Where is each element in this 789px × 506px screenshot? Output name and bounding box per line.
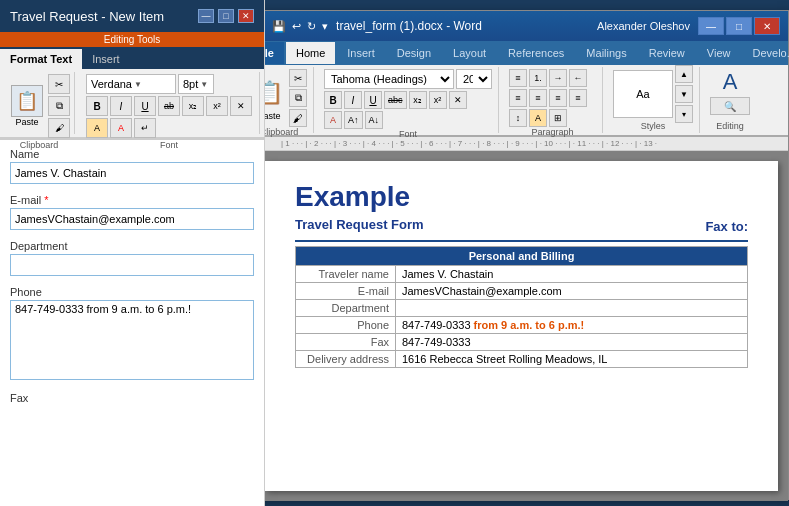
word-styles-controls: Aa ▲ ▼ ▾ <box>613 69 693 119</box>
word-justify-btn[interactable]: ≡ <box>569 89 587 107</box>
sp-font-name[interactable]: Verdana ▼ <box>86 74 176 94</box>
word-window: W 💾 ↩ ↻ ▾ travel_form (1).docx - Word Al… <box>240 10 789 500</box>
sp-titlebar: Travel Request - New Item — □ ✕ <box>0 0 264 32</box>
sp-font-label: Font <box>160 140 178 150</box>
phone-textarea[interactable]: <span class="phone-text">847-749-0333</s… <box>10 300 254 380</box>
doc-table: Personal and Billing Traveler name James… <box>295 246 748 368</box>
word-tab-home[interactable]: Home <box>286 42 335 64</box>
email-input[interactable] <box>10 208 254 230</box>
word-title-text: travel_form (1).docx - Word <box>336 19 482 33</box>
word-borders-btn[interactable]: ⊞ <box>549 109 567 127</box>
word-align-right-btn[interactable]: ≡ <box>549 89 567 107</box>
sp-ribbon-group-label: Editing Tools <box>0 32 264 47</box>
sp-subscript-btn[interactable]: x₂ <box>182 96 204 116</box>
word-outdent-btn[interactable]: ← <box>569 69 587 87</box>
word-tab-layout[interactable]: Layout <box>443 42 496 64</box>
fax-label: Fax <box>10 392 254 404</box>
undo-icon[interactable]: ↩ <box>292 20 301 33</box>
word-para-row1: ≡ 1. → ← <box>509 69 596 87</box>
word-copy-btn[interactable]: ⧉ <box>289 89 307 107</box>
sp-font-color-btn[interactable]: A <box>110 118 132 138</box>
word-tab-insert[interactable]: Insert <box>337 42 385 64</box>
word-tab-mailings[interactable]: Mailings <box>576 42 636 64</box>
sp-bold-btn[interactable]: B <box>86 96 108 116</box>
sp-font-row2: B I U ab x₂ x² ✕ <box>86 96 252 116</box>
word-cut-btn[interactable]: ✂ <box>289 69 307 87</box>
word-styles-gallery[interactable]: Aa <box>613 70 673 118</box>
sp-tab-insert[interactable]: Insert <box>82 49 130 69</box>
sp-font-size-text: 8pt <box>183 78 198 90</box>
doc-form-subtitle: Travel Request Form <box>295 217 424 232</box>
word-indent-btn[interactable]: → <box>549 69 567 87</box>
word-grow-btn[interactable]: A↑ <box>344 111 363 129</box>
word-tab-references[interactable]: References <box>498 42 574 64</box>
word-format-painter-btn[interactable]: 🖌 <box>289 109 307 127</box>
word-underline-btn[interactable]: U <box>364 91 382 109</box>
word-shrink-btn[interactable]: A↓ <box>365 111 384 129</box>
sp-clear-btn[interactable]: ✕ <box>230 96 252 116</box>
sp-underline-btn[interactable]: U <box>134 96 156 116</box>
word-paragraph-group: ≡ 1. → ← ≡ ≡ ≡ ≡ ↕ A ⊞ Paragraph <box>503 67 603 133</box>
word-spacing-btn[interactable]: ↕ <box>509 109 527 127</box>
word-shading-btn[interactable]: A <box>529 109 547 127</box>
word-para-controls: ≡ 1. → ← ≡ ≡ ≡ ≡ ↕ A ⊞ <box>509 69 596 127</box>
word-close-btn[interactable]: ✕ <box>754 17 780 35</box>
word-tab-develo[interactable]: Develo... <box>742 42 789 64</box>
word-editing-icon: A <box>723 69 738 95</box>
word-styles-up-btn[interactable]: ▲ <box>675 65 693 83</box>
word-italic-btn[interactable]: I <box>344 91 362 109</box>
sp-cut-btn[interactable]: ✂ <box>48 74 70 94</box>
word-numbering-btn[interactable]: 1. <box>529 69 547 87</box>
sp-format-painter-btn[interactable]: 🖌 <box>48 118 70 138</box>
sp-strikethrough-btn[interactable]: ab <box>158 96 180 116</box>
sp-minimize-btn[interactable]: — <box>198 9 214 23</box>
fax-value-cell: 847-749-0333 <box>396 334 748 351</box>
word-paragraph-label: Paragraph <box>509 127 596 137</box>
word-subscript-btn[interactable]: x₂ <box>409 91 427 109</box>
sp-font-size[interactable]: 8pt ▼ <box>178 74 214 94</box>
save-icon[interactable]: 💾 <box>272 20 286 33</box>
word-strikethrough-btn[interactable]: abc <box>384 91 407 109</box>
redo-icon[interactable]: ↻ <box>307 20 316 33</box>
doc-table-header-cell: Personal and Billing <box>296 247 748 266</box>
sp-highlight-btn[interactable]: A <box>86 118 108 138</box>
more-icon[interactable]: ▾ <box>322 20 328 33</box>
sp-ribbon-content: 📋 Paste ✂ ⧉ 🖌 Clipboard Verdana <box>0 69 264 139</box>
word-bullets-btn[interactable]: ≡ <box>509 69 527 87</box>
email-label: E-mail * <box>10 194 254 206</box>
sp-size-arrow: ▼ <box>200 80 208 89</box>
word-clear-format-btn[interactable]: ✕ <box>449 91 467 109</box>
word-para-row3: ↕ A ⊞ <box>509 109 596 127</box>
department-label: Department <box>10 240 254 252</box>
name-input[interactable] <box>10 162 254 184</box>
word-align-left-btn[interactable]: ≡ <box>509 89 527 107</box>
sp-copy-btn[interactable]: ⧉ <box>48 96 70 116</box>
word-tab-design[interactable]: Design <box>387 42 441 64</box>
word-size-select[interactable]: 20 <box>456 69 492 89</box>
sp-superscript-btn[interactable]: x² <box>206 96 228 116</box>
word-tab-review[interactable]: Review <box>639 42 695 64</box>
email-field-row: E-mail * <box>10 194 254 230</box>
word-styles-down-btn[interactable]: ▼ <box>675 85 693 103</box>
department-input[interactable] <box>10 254 254 276</box>
sp-maximize-btn[interactable]: □ <box>218 9 234 23</box>
word-styles-group: Aa ▲ ▼ ▾ Styles <box>607 67 700 133</box>
word-superscript-btn[interactable]: x² <box>429 91 447 109</box>
sp-italic-btn[interactable]: I <box>110 96 132 116</box>
word-align-center-btn[interactable]: ≡ <box>529 89 547 107</box>
word-font-select[interactable]: Tahoma (Headings) <box>324 69 454 89</box>
word-tab-view[interactable]: View <box>697 42 741 64</box>
word-editing-group: A 🔍 Editing <box>704 67 756 133</box>
word-maximize-btn[interactable]: □ <box>726 17 752 35</box>
phone-field-row: Phone <span class="phone-text">847-749-0… <box>10 286 254 382</box>
word-search-btn[interactable]: 🔍 <box>710 97 750 115</box>
word-bold-btn[interactable]: B <box>324 91 342 109</box>
word-font-color-btn[interactable]: A <box>324 111 342 129</box>
name-field-row: Name <box>10 148 254 184</box>
sp-tab-format-text[interactable]: Format Text <box>0 49 82 69</box>
sp-paste-btn[interactable]: 📋 Paste <box>8 85 46 127</box>
sp-close-btn[interactable]: ✕ <box>238 9 254 23</box>
sp-title: Travel Request - New Item <box>10 9 164 24</box>
sp-indent-btn[interactable]: ↵ <box>134 118 156 138</box>
word-minimize-btn[interactable]: — <box>698 17 724 35</box>
